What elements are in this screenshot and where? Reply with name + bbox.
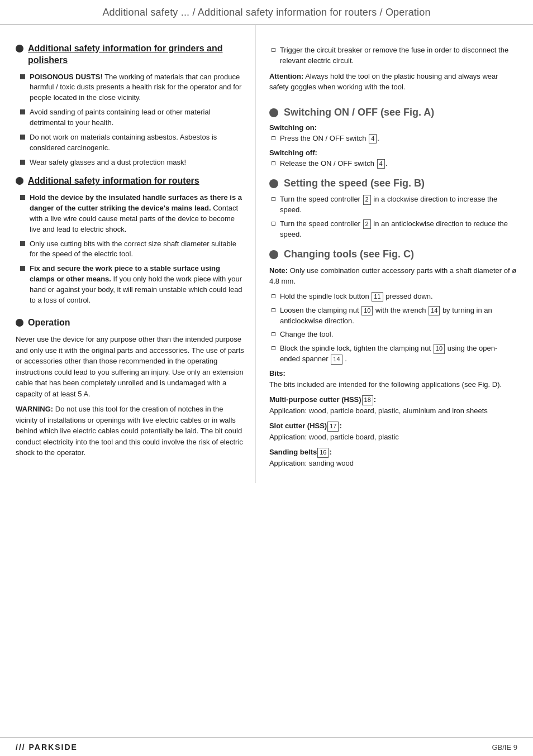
square-bullet-icon [20,266,25,271]
bullet-circle-icon [16,177,23,185]
tools-section-heading: Changing tools (see Fig. C) [269,248,517,261]
list-item-text: Do not work on materials containing asbe… [30,132,245,154]
list-item: Change the tool. [272,329,517,340]
badge-14b: 14 [331,355,342,364]
page: Additional safety ... / Additional safet… [0,0,533,756]
list-item: Press the ON / OFF switch 4. [272,133,517,144]
sanding-entry: Sanding belts16: Application: sanding wo… [269,447,517,468]
poisonous-bold: POISONOUS DUSTS! [30,73,103,81]
header-title: Additional safety ... / Additional safet… [102,7,430,18]
tools-item-1: Hold the spindle lock button 11 pressed … [280,291,433,302]
badge-2b: 2 [363,219,371,229]
slot-colon: : [339,422,341,430]
attention-para: Attention: Always hold the tool on the p… [269,71,517,93]
attention-text: Always hold the tool on the plastic hous… [269,72,498,92]
small-square-bullet-icon [272,161,275,165]
list-item: Hold the spindle lock button 11 pressed … [272,291,517,302]
multi-label: Multi-purpose cutter (HSS) [269,395,361,404]
badge-4b: 4 [377,159,385,169]
note-text: Only use combination cutter accessory pa… [269,266,516,286]
tools-item-4: Block the spindle lock, tighten the clam… [280,343,517,365]
fix-bold: Fix and secure the work piece to a stabl… [30,264,220,283]
routers-heading-text: Additional safety information for router… [28,175,199,187]
bullet-circle-icon [16,45,23,52]
grinders-heading-text: Additional safety information for grinde… [28,43,245,66]
small-square-bullet-icon [272,308,275,312]
switching-off-text: Release the ON / OFF switch 4. [280,159,387,169]
speed-heading-text: Setting the speed (see Fig. B) [284,177,425,190]
section-grinders-heading: Additional safety information for grinde… [16,43,245,66]
slot-cutter-entry: Slot cutter (HSS)17: Application: wood, … [269,420,517,442]
multi-text: Application: wood, particle board, plast… [269,406,488,415]
small-square-bullet-icon [272,197,275,201]
small-square-bullet-icon [272,294,275,298]
operation-heading-text: Operation [28,317,70,329]
sanding-text: Application: sanding wood [269,459,354,467]
content-wrapper: Additional safety information for grinde… [0,25,533,483]
section-routers-heading: Additional safety information for router… [16,175,245,187]
bits-heading: Bits: [269,369,517,377]
tools-list: Hold the spindle lock button 11 pressed … [269,291,517,365]
sanding-label: Sanding belts [269,448,317,456]
square-bullet-icon [20,160,25,165]
switching-on-list: Press the ON / OFF switch 4. [269,133,517,144]
list-item-text: Avoid sanding of paints containing lead … [30,107,245,128]
badge-17: 17 [327,422,339,431]
switching-heading-text: Switching ON / OFF (see Fig. A) [284,106,434,119]
switching-on-label: Switching on: [269,123,517,132]
switching-section-heading: Switching ON / OFF (see Fig. A) [269,106,517,119]
list-item: Only use cutting bits with the correct s… [20,239,245,260]
attention-label: Attention: [269,72,303,80]
section-operation-heading: Operation [16,317,245,329]
bits-text: The bits included are intended for the f… [269,379,517,390]
multi-purpose-entry: Multi-purpose cutter (HSS)18: Applicatio… [269,394,517,416]
list-item-text: Only use cutting bits with the correct s… [30,239,245,260]
tools-heading-text: Changing tools (see Fig. C) [284,248,414,261]
badge-11: 11 [372,292,383,302]
list-item-text: Wear safety glasses and a dust protectio… [30,157,186,168]
list-item-text: POISONOUS DUSTS! The working of material… [30,72,245,104]
sanding-colon: : [329,448,331,456]
badge-16: 16 [317,448,329,457]
operation-para1: Never use the device for any purpose oth… [16,334,245,399]
small-square-bullet-icon [272,222,275,226]
right-column: Trigger the circuit breaker or remove th… [256,25,533,483]
square-bullet-icon [20,241,25,246]
page-header: Additional safety ... / Additional safet… [0,0,533,25]
list-item: Wear safety glasses and a dust protectio… [20,157,245,168]
small-square-bullet-icon [272,136,275,140]
trigger-text: Trigger the circuit breaker or remove th… [280,45,517,66]
list-item: Hold the device by the insulated handle … [20,193,245,235]
speed-section-heading: Setting the speed (see Fig. B) [269,177,517,190]
small-square-bullet-icon [272,48,275,52]
list-item: Block the spindle lock, tighten the clam… [272,343,517,365]
square-bullet-icon [20,74,25,79]
bullet-circle-icon [269,179,278,188]
tools-note: Note: Only use combination cutter access… [269,265,517,287]
square-bullet-icon [20,195,25,200]
bullet-circle-icon [269,250,278,259]
multi-colon: : [374,395,376,404]
list-item: Do not work on materials containing asbe… [20,132,245,154]
switching-off-label: Switching off: [269,149,517,157]
badge-18: 18 [362,395,373,405]
badge-10b: 10 [434,344,445,353]
page-number: GB/IE 9 [492,743,517,752]
switching-on-text: Press the ON / OFF switch 4. [280,133,379,144]
routers-list: Hold the device by the insulated handle … [16,193,245,305]
list-item: Loosen the clamping nut 10 with the wren… [272,305,517,327]
tools-item-2: Loosen the clamping nut 10 with the wren… [280,305,517,327]
slot-text: Application: wood, particle board, plast… [269,433,399,441]
list-item: Turn the speed controller 2 in an anticl… [272,219,517,240]
list-item: Fix and secure the work piece to a stabl… [20,264,245,305]
square-bullet-icon [20,109,25,114]
slot-label: Slot cutter (HSS) [269,422,327,430]
note-label: Note: [269,266,288,275]
list-item: Turn the speed controller 2 in a clockwi… [272,194,517,216]
left-column: Additional safety information for grinde… [0,25,256,483]
speed-list: Turn the speed controller 2 in a clockwi… [269,194,517,240]
trigger-list: Trigger the circuit breaker or remove th… [269,45,517,66]
badge-10a: 10 [361,306,373,315]
badge-4: 4 [369,134,377,143]
badge-2a: 2 [363,195,371,204]
